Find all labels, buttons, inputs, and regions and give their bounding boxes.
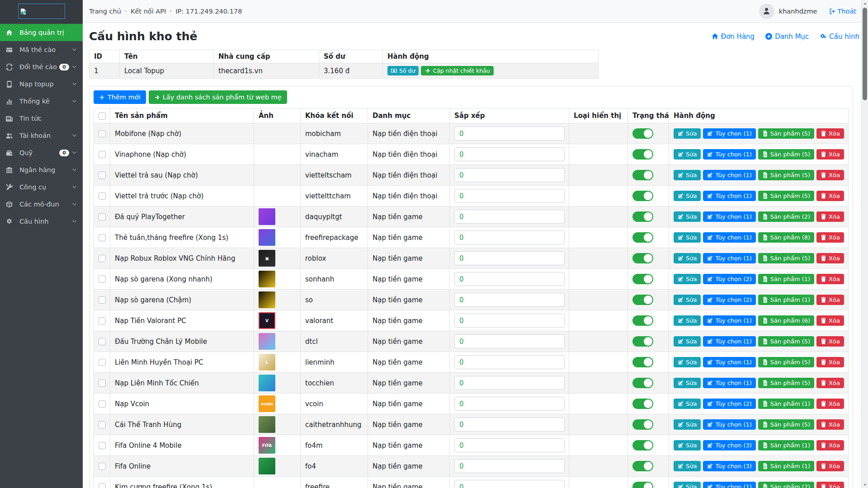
quick-link-danh-mục[interactable]: Danh Mục	[765, 33, 809, 41]
products-button[interactable]: Sản phẩm (1)	[758, 295, 814, 305]
delete-button[interactable]: Xóa	[816, 357, 844, 367]
breadcrumb-item[interactable]: Kết nối API	[131, 8, 166, 15]
options-button[interactable]: Tùy chọn (1)	[703, 378, 755, 388]
row-checkbox[interactable]	[99, 213, 106, 221]
delete-button[interactable]: Xóa	[816, 274, 844, 284]
edit-button[interactable]: Sửa	[674, 399, 701, 409]
status-toggle[interactable]	[632, 399, 653, 409]
balance-button[interactable]: Số dư	[387, 66, 419, 75]
select-all-checkbox[interactable]	[99, 113, 106, 120]
row-checkbox[interactable]	[99, 151, 106, 158]
options-button[interactable]: Tùy chọn (2)	[703, 274, 755, 284]
edit-button[interactable]: Sửa	[674, 274, 701, 284]
row-checkbox[interactable]	[99, 255, 106, 262]
products-button[interactable]: Sản phẩm (1)	[758, 461, 814, 471]
delete-button[interactable]: Xóa	[816, 149, 844, 160]
options-button[interactable]: Tùy chọn (1)	[703, 170, 755, 180]
status-toggle[interactable]	[632, 232, 653, 243]
edit-button[interactable]: Sửa	[674, 191, 701, 201]
edit-button[interactable]: Sửa	[674, 482, 701, 488]
status-toggle[interactable]	[632, 378, 653, 388]
scroll-down-button[interactable]	[862, 481, 868, 488]
options-button[interactable]: Tùy chọn (3)	[703, 440, 755, 450]
options-button[interactable]: Tùy chọn (1)	[703, 419, 755, 430]
products-button[interactable]: Sản phẩm (2)	[758, 211, 814, 222]
delete-button[interactable]: Xóa	[816, 461, 844, 471]
delete-button[interactable]: Xóa	[816, 232, 844, 243]
row-checkbox[interactable]	[99, 338, 106, 345]
delete-button[interactable]: Xóa	[816, 315, 844, 326]
sort-input[interactable]	[454, 189, 565, 203]
products-button[interactable]: Sản phẩm (5)	[758, 378, 814, 388]
products-button[interactable]: Sản phẩm (5)	[758, 253, 814, 263]
delete-button[interactable]: Xóa	[816, 253, 844, 263]
products-button[interactable]: Sản phẩm (5)	[758, 191, 814, 201]
options-button[interactable]: Tùy chọn (1)	[703, 315, 755, 326]
row-checkbox[interactable]	[99, 317, 106, 324]
row-checkbox[interactable]	[99, 276, 106, 283]
row-checkbox[interactable]	[99, 130, 106, 137]
row-checkbox[interactable]	[99, 172, 106, 179]
sidebar-item-đổi-thẻ-cào[interactable]: Đổi thẻ cào0	[0, 58, 83, 75]
sort-input[interactable]	[454, 230, 565, 244]
options-button[interactable]: Tùy chọn (1)	[703, 191, 755, 201]
sort-input[interactable]	[454, 459, 565, 473]
delete-button[interactable]: Xóa	[816, 440, 844, 450]
edit-button[interactable]: Sửa	[674, 315, 701, 326]
sidebar-item-cấu-hình[interactable]: Cấu hình	[0, 213, 83, 230]
products-button[interactable]: Sản phẩm (8)	[758, 232, 814, 243]
status-toggle[interactable]	[632, 274, 653, 284]
products-button[interactable]: Sản phẩm (5)	[758, 128, 814, 139]
edit-button[interactable]: Sửa	[674, 419, 701, 430]
products-button[interactable]: Sản phẩm (1)	[758, 274, 814, 284]
sort-input[interactable]	[454, 397, 565, 411]
sort-input[interactable]	[454, 272, 565, 286]
sort-input[interactable]	[454, 355, 565, 369]
row-checkbox[interactable]	[99, 463, 106, 470]
status-toggle[interactable]	[632, 253, 653, 263]
sort-input[interactable]	[454, 418, 565, 432]
options-button[interactable]: Tùy chọn (2)	[703, 295, 755, 305]
sort-input[interactable]	[454, 168, 565, 182]
sort-input[interactable]	[454, 376, 565, 390]
products-button[interactable]: Sản phẩm (5)	[758, 170, 814, 180]
breadcrumb-item[interactable]: Trang chủ	[89, 8, 121, 15]
sort-input[interactable]	[454, 147, 565, 161]
row-checkbox[interactable]	[99, 400, 106, 408]
add-button[interactable]: Thêm mới	[94, 90, 146, 104]
sidebar-item-nạp-topup[interactable]: Nạp topup	[0, 75, 83, 93]
sidebar-item-thống-kê[interactable]: Thống kê	[0, 93, 83, 110]
status-toggle[interactable]	[632, 482, 653, 488]
options-button[interactable]: Tùy chọn (2)	[703, 399, 755, 409]
options-button[interactable]: Tùy chọn (3)	[703, 461, 755, 471]
row-checkbox[interactable]	[99, 296, 106, 304]
status-toggle[interactable]	[632, 315, 653, 326]
row-checkbox[interactable]	[99, 442, 106, 449]
status-toggle[interactable]	[632, 336, 653, 347]
products-button[interactable]: Sản phẩm (5)	[758, 336, 814, 347]
status-toggle[interactable]	[632, 128, 653, 139]
sidebar-item-ngân-hàng[interactable]: Ngân hàng	[0, 161, 83, 178]
status-toggle[interactable]	[632, 461, 653, 471]
options-button[interactable]: Tùy chọn (1)	[703, 253, 755, 263]
edit-button[interactable]: Sửa	[674, 170, 701, 180]
sort-input[interactable]	[454, 314, 565, 328]
scroll-up-button[interactable]	[862, 0, 868, 7]
edit-button[interactable]: Sửa	[674, 149, 701, 160]
sidebar-item-công-cụ[interactable]: Công cụ	[0, 178, 83, 196]
sidebar-item-tài-khoản[interactable]: Tài khoản	[0, 127, 83, 144]
sort-input[interactable]	[454, 127, 565, 141]
row-checkbox[interactable]	[99, 192, 106, 200]
status-toggle[interactable]	[632, 295, 653, 305]
sort-input[interactable]	[454, 293, 565, 307]
products-button[interactable]: Sản phẩm (1)	[758, 399, 814, 409]
update-discount-button[interactable]: Cập nhật chiết khấu	[421, 66, 493, 75]
scrollbar-thumb[interactable]	[863, 8, 867, 100]
status-toggle[interactable]	[632, 191, 653, 201]
products-button[interactable]: Sản phẩm (5)	[758, 357, 814, 367]
delete-button[interactable]: Xóa	[816, 399, 844, 409]
delete-button[interactable]: Xóa	[816, 336, 844, 347]
vertical-scrollbar[interactable]	[861, 0, 868, 488]
sidebar-item-các-mô-đun[interactable]: Các mô-đun	[0, 196, 83, 213]
row-checkbox[interactable]	[99, 421, 106, 428]
